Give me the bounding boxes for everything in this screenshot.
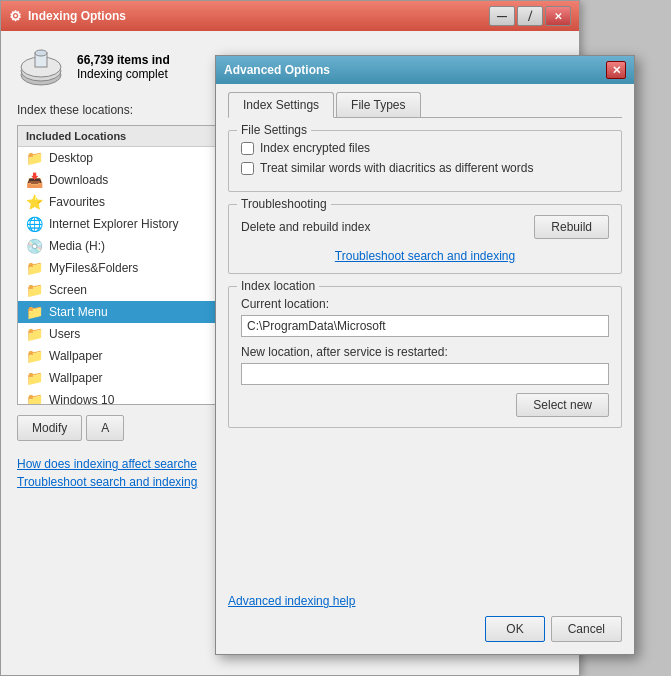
new-location-label: New location, after service is restarted…: [241, 345, 609, 359]
folder-icon: 📁: [26, 260, 43, 276]
restore-button[interactable]: ⧸: [517, 6, 543, 26]
rebuild-button[interactable]: Rebuild: [534, 215, 609, 239]
disk-icon: 💿: [26, 238, 43, 254]
dialog-titlebar: Advanced Options ✕: [216, 56, 634, 84]
delete-rebuild-label: Delete and rebuild index: [241, 220, 370, 234]
location-name: Internet Explorer History: [49, 217, 178, 231]
location-name: Start Menu: [49, 305, 108, 319]
main-titlebar: ⚙ Indexing Options ― ⧸ ✕: [1, 1, 579, 31]
troubleshoot-search-link[interactable]: Troubleshoot search and indexing: [241, 249, 609, 263]
star-icon: ⭐: [26, 194, 43, 210]
treat-similar-label: Treat similar words with diacritics as d…: [260, 161, 533, 175]
app-icon: ⚙: [9, 8, 22, 24]
troubleshooting-section: Troubleshooting Delete and rebuild index…: [228, 204, 622, 274]
treat-similar-checkbox[interactable]: [241, 162, 254, 175]
index-encrypted-row: Index encrypted files: [241, 141, 609, 155]
folder-icon: 📁: [26, 282, 43, 298]
status-count: 66,739 items ind: [77, 53, 170, 67]
main-window-title: Indexing Options: [28, 9, 489, 23]
cancel-button[interactable]: Cancel: [551, 616, 622, 642]
folder-icon: 📁: [26, 348, 43, 364]
status-message: Indexing complet: [77, 67, 170, 81]
folder-icon: 📁: [26, 370, 43, 386]
status-icon: [17, 43, 65, 91]
select-new-button[interactable]: Select new: [516, 393, 609, 417]
location-name: Desktop: [49, 151, 93, 165]
index-location-label: Index location: [237, 279, 319, 293]
location-name: MyFiles&Folders: [49, 261, 138, 275]
dialog-content: Index Settings File Types File Settings …: [216, 84, 634, 448]
location-name: Downloads: [49, 173, 108, 187]
location-name: Screen: [49, 283, 87, 297]
location-name: Wallpaper: [49, 371, 103, 385]
titlebar-buttons: ― ⧸ ✕: [489, 6, 571, 26]
location-name: Users: [49, 327, 80, 341]
ok-button[interactable]: OK: [485, 616, 544, 642]
tab-file-types[interactable]: File Types: [336, 92, 420, 117]
status-text: 66,739 items ind Indexing complet: [77, 53, 170, 81]
modify-button[interactable]: Modify: [17, 415, 82, 441]
troubleshooting-label: Troubleshooting: [237, 197, 331, 211]
folder-icon: 📁: [26, 304, 43, 320]
file-settings-label: File Settings: [237, 123, 311, 137]
location-name: Media (H:): [49, 239, 105, 253]
footer-buttons: OK Cancel: [228, 616, 622, 642]
index-encrypted-label: Index encrypted files: [260, 141, 370, 155]
index-location-section: Index location Current location: New loc…: [228, 286, 622, 428]
globe-icon: 🌐: [26, 216, 43, 232]
location-name: Wallpaper: [49, 349, 103, 363]
current-location-input[interactable]: [241, 315, 609, 337]
folder-icon: 📁: [26, 326, 43, 342]
dialog-footer: Advanced indexing help OK Cancel: [228, 594, 622, 642]
dialog-close-button[interactable]: ✕: [606, 61, 626, 79]
file-settings-section: File Settings Index encrypted files Trea…: [228, 130, 622, 192]
folder-icon: 📁: [26, 150, 43, 166]
location-name: Windows 10: [49, 393, 114, 405]
close-button[interactable]: ✕: [545, 6, 571, 26]
treat-similar-row: Treat similar words with diacritics as d…: [241, 161, 609, 175]
dialog-title: Advanced Options: [224, 63, 606, 77]
tab-bar: Index Settings File Types: [228, 92, 622, 118]
rebuild-row: Delete and rebuild index Rebuild: [241, 215, 609, 239]
advanced-button[interactable]: A: [86, 415, 124, 441]
tab-index-settings[interactable]: Index Settings: [228, 92, 334, 118]
new-location-input[interactable]: [241, 363, 609, 385]
index-encrypted-checkbox[interactable]: [241, 142, 254, 155]
minimize-button[interactable]: ―: [489, 6, 515, 26]
current-location-label: Current location:: [241, 297, 609, 311]
location-name: Favourites: [49, 195, 105, 209]
folder-icon: 📁: [26, 392, 43, 405]
download-icon: 📥: [26, 172, 43, 188]
svg-point-4: [35, 50, 47, 56]
advanced-indexing-link[interactable]: Advanced indexing help: [228, 594, 622, 608]
advanced-options-dialog: Advanced Options ✕ Index Settings File T…: [215, 55, 635, 655]
